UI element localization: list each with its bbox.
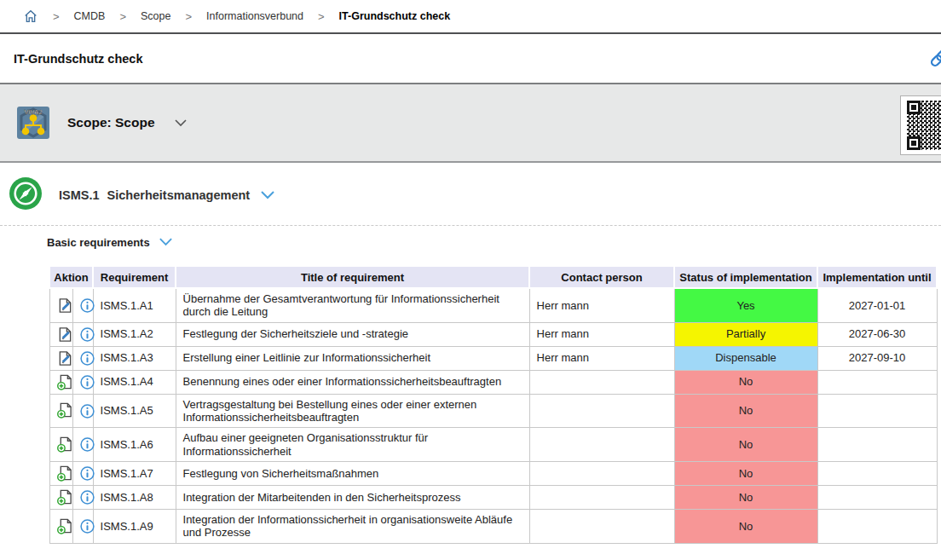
info-icon-cell [72,509,93,543]
page-header: IT-Grundschutz check [0,34,941,84]
action-icon-cell [49,461,72,485]
table-row: ISMS.1.A1 Übernahme der Gesamtverantwort… [49,288,937,322]
permalink-icon[interactable] [928,47,941,69]
cell-title: Festlegung der Sicherheitsziele und -str… [176,322,529,346]
breadcrumb-item-scope[interactable]: Scope [141,10,170,22]
cell-requirement: ISMS.1.A9 [93,509,176,543]
requirements-table: Aktion Requirement Title of requirement … [49,265,938,544]
action-icon-cell [49,428,72,462]
add-document-icon[interactable] [57,490,73,503]
table-row: ISMS.1.A9 Integration der Informationssi… [49,509,937,543]
module-compass-icon [9,176,43,214]
add-document-icon[interactable] [57,403,73,416]
section-title: Basic requirements [47,236,150,249]
breadcrumb-separator: > [53,10,60,23]
info-icon[interactable] [80,437,95,450]
info-icon-cell [72,485,93,509]
home-icon[interactable] [23,9,38,24]
cell-until [817,485,937,509]
cell-requirement: ISMS.1.A3 [93,346,176,370]
header-requirement: Requirement [93,266,176,288]
breadcrumb-item-current: IT-Grundschutz check [339,10,451,22]
cell-contact: Herr mann [529,346,674,370]
action-icon-cell [49,394,72,428]
info-icon-cell [72,346,93,370]
chevron-down-icon[interactable] [174,115,188,130]
cell-status: No [674,509,817,543]
cell-requirement: ISMS.1.A5 [93,394,176,428]
edit-icon[interactable] [57,298,73,311]
section-divider [0,225,941,226]
scope-selector-label[interactable]: Scope: Scope [67,115,155,130]
cell-title: Benennung eines oder einer Informationss… [176,370,529,394]
info-icon-cell [72,394,93,428]
cell-status: No [674,428,817,462]
cell-until: 2027-09-10 [817,346,937,370]
action-icon-cell [49,370,72,394]
table-row: ISMS.1.A2 Festlegung der Sicherheitsziel… [49,322,937,346]
info-icon-cell [72,428,93,462]
info-icon[interactable] [80,327,95,340]
it-grundschutz-page: { "breadcrumb": { "separator": ">", "ite… [0,0,941,560]
info-icon[interactable] [80,519,95,532]
section-collapse-icon[interactable] [159,234,173,250]
qr-pattern [907,101,941,150]
cell-title: Erstellung einer Leitlinie zur Informati… [176,346,529,370]
add-document-icon[interactable] [57,466,73,479]
add-document-icon[interactable] [57,437,73,450]
breadcrumb-separator: > [318,10,325,23]
edit-icon[interactable] [57,351,73,364]
cell-contact [529,485,674,509]
action-icon-cell [49,509,72,543]
cell-status: No [674,485,817,509]
header-until: Implementation until [817,266,937,288]
breadcrumb-item-informationsverbund[interactable]: Informationsverbund [206,10,303,22]
qr-code [900,95,941,155]
table-header-row: Aktion Requirement Title of requirement … [49,266,937,288]
cell-title: Aufbau einer geeigneten Organisationsstr… [176,428,529,462]
info-icon-cell [72,322,93,346]
info-icon-cell [72,370,93,394]
header-contact: Contact person [529,266,674,288]
module-name: Sicherheitsmanagement [107,188,251,202]
cell-requirement: ISMS.1.A4 [93,370,176,394]
cell-until: 2027-01-01 [817,288,937,322]
cell-title: Festlegung von Sicherheitsmaßnahmen [176,461,529,485]
info-icon-cell [72,288,93,322]
action-icon-cell [49,322,72,346]
add-document-icon[interactable] [57,375,73,388]
info-icon[interactable] [80,375,95,388]
add-document-icon[interactable] [57,519,73,532]
cell-contact [529,428,674,462]
info-icon[interactable] [80,490,95,503]
header-action: Aktion [49,266,93,288]
cell-until [817,394,937,428]
cell-requirement: ISMS.1.A8 [93,485,176,509]
action-icon-cell [49,485,72,509]
info-icon[interactable] [80,466,95,479]
cell-status: No [674,461,817,485]
scope-band: VIVA2 Scope: Scope [0,84,941,163]
info-icon[interactable] [80,351,95,364]
cell-title: Integration der Informationssicherheit i… [176,509,529,543]
module-heading: ISMS.1Sicherheitsmanagement [0,176,941,214]
info-icon[interactable] [80,403,95,416]
cell-requirement: ISMS.1.A2 [93,322,176,346]
breadcrumb-item-cmdb[interactable]: CMDB [74,10,106,22]
cell-until [817,428,937,462]
section-heading: Basic requirements [47,234,941,250]
info-icon[interactable] [80,298,95,311]
table-row: ISMS.1.A5 Vertragsgestaltung bei Bestell… [49,394,937,428]
breadcrumb-separator: > [185,10,192,23]
cell-title: Übernahme der Gesamtverantwortung für In… [176,288,529,322]
cell-requirement: ISMS.1.A1 [93,288,176,322]
requirements-table-body: ISMS.1.A1 Übernahme der Gesamtverantwort… [49,288,937,543]
edit-icon[interactable] [57,327,73,340]
cell-status: Yes [674,288,817,322]
cell-status: Dispensable [674,346,817,370]
cell-status: No [674,394,817,428]
cell-until: 2027-06-30 [817,322,937,346]
cell-contact [529,394,674,428]
header-status: Status of implementation [674,266,817,288]
module-collapse-icon[interactable] [260,188,275,203]
